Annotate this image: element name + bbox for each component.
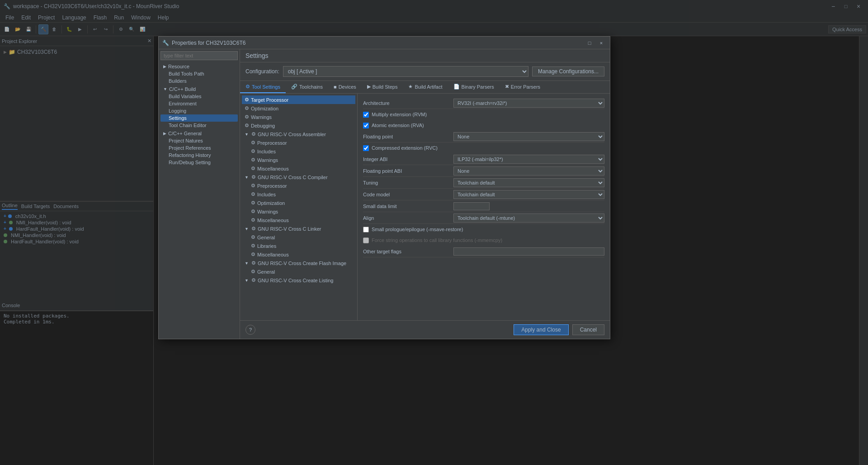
st-gnu-c-icon: ⚙ — [251, 174, 256, 180]
prop-architecture-value: RV32I (-march=rv32i*) — [453, 99, 604, 108]
tab-devices-label: Devices — [339, 84, 356, 90]
prop-atomic-row: Atomic extension (RVA) — [363, 120, 604, 131]
prop-other-flags-value — [453, 247, 604, 256]
nav-build-variables[interactable]: Build Variables — [160, 93, 238, 100]
prop-sdl-input[interactable]: 8 — [453, 202, 490, 210]
prop-other-flags-input[interactable] — [453, 247, 604, 256]
prop-float-abi-select[interactable]: None — [453, 166, 604, 176]
dialog-title: Properties for CH32V103C6T6 — [172, 40, 585, 46]
prop-force-string-checkbox[interactable] — [363, 237, 369, 243]
prop-atomic-checkbox[interactable] — [363, 123, 369, 128]
st-gnu-listing[interactable]: ▼ ⚙ GNU RISC-V Cross Create Listing — [242, 276, 355, 285]
st-c-misc[interactable]: ⚙ Miscellaneous — [242, 216, 355, 224]
st-gnu-linker-expand: ▼ — [245, 227, 249, 231]
nav-refactoring-history[interactable]: Refactoring History — [160, 152, 238, 159]
apply-close-btn[interactable]: Apply and Close — [514, 324, 568, 335]
tab-devices[interactable]: ■ Devices — [328, 81, 362, 93]
config-select[interactable]: obj [ Active ] — [283, 66, 528, 77]
prop-compressed-checkbox[interactable] — [363, 145, 369, 151]
prop-multiply-checkbox[interactable] — [363, 112, 369, 118]
st-gnu-c-label: GNU RISC-V Cross C Compiler — [258, 175, 328, 180]
st-asm-includes-label: Includes — [257, 149, 276, 154]
prop-tuning-label: Tuning — [363, 180, 453, 185]
st-gnu-flash[interactable]: ▼ ⚙ GNU RISC-V Cross Create Flash Image — [242, 259, 355, 267]
st-linker-misc[interactable]: ⚙ Miscellaneous — [242, 250, 355, 259]
nav-project-references[interactable]: Project References — [160, 144, 238, 152]
tab-build-artifact-icon: ★ — [408, 84, 413, 90]
nav-project-natures[interactable]: Project Natures — [160, 137, 238, 144]
st-gnu-assembler-expand: ▼ — [245, 132, 249, 137]
dialog-maximize-btn[interactable]: □ — [585, 39, 594, 47]
st-gnu-assembler[interactable]: ▼ ⚙ GNU RISC-V Cross Assembler — [242, 130, 355, 138]
nav-build-vars-label: Build Variables — [169, 94, 202, 99]
nav-cpp-general[interactable]: ▶ C/C++ General — [160, 130, 238, 137]
nav-logging[interactable]: Logging — [160, 107, 238, 114]
nav-tool-chain-editor[interactable]: Tool Chain Editor — [160, 122, 238, 129]
st-gnu-listing-expand: ▼ — [245, 278, 249, 283]
st-asm-warnings[interactable]: ⚙ Warnings — [242, 156, 355, 164]
nav-resource-arrow: ▶ — [163, 64, 166, 69]
tab-error-parsers[interactable]: ✖ Error Parsers — [500, 81, 546, 93]
dialog-tabs: ⚙ Tool Settings 🔗 Toolchains ■ Devices ▶… — [240, 81, 610, 94]
tab-build-artifact-label: Build Artifact — [415, 84, 442, 90]
dialog-settings: ⚙ Target Processor ⚙ Optimization ⚙ Warn… — [240, 94, 610, 320]
st-target-processor[interactable]: ⚙ Target Processor — [242, 95, 355, 104]
nav-builders[interactable]: Builders — [160, 77, 238, 85]
dialog-help-btn[interactable]: ? — [245, 325, 255, 335]
nav-build-tools-path[interactable]: Build Tools Path — [160, 70, 238, 77]
st-c-optimization[interactable]: ⚙ Optimization — [242, 199, 355, 207]
tab-toolchains[interactable]: 🔗 Toolchains — [286, 81, 328, 93]
tab-binary-parsers[interactable]: 📄 Binary Parsers — [448, 81, 500, 93]
st-asm-misc[interactable]: ⚙ Miscellaneous — [242, 164, 355, 173]
prop-float-row: Floating point None — [363, 131, 604, 142]
tab-build-steps[interactable]: ▶ Build Steps — [362, 81, 403, 93]
prop-float-select[interactable]: None — [453, 132, 604, 141]
dialog-icon: 🔧 — [162, 40, 169, 46]
prop-align-label: Align — [363, 215, 453, 221]
st-gnu-c-compiler[interactable]: ▼ ⚙ GNU RISC-V Cross C Compiler — [242, 173, 355, 181]
prop-int-abi-select[interactable]: ILP32 (-mabi=ilp32*) — [453, 155, 604, 164]
nav-cpp-build[interactable]: ▼ C/C++ Build — [160, 85, 238, 93]
dialog-controls: □ × — [585, 39, 606, 47]
prop-architecture-select[interactable]: RV32I (-march=rv32i*) — [453, 99, 604, 108]
st-warnings-icon: ⚙ — [245, 114, 249, 120]
cancel-btn[interactable]: Cancel — [572, 324, 604, 335]
dialog-close-btn[interactable]: × — [596, 39, 606, 47]
dialog-config-bar: Configuration: obj [ Active ] Manage Con… — [240, 62, 610, 81]
st-linker-libraries[interactable]: ⚙ Libraries — [242, 242, 355, 250]
tab-binary-parsers-label: Binary Parsers — [462, 84, 494, 90]
prop-align-select[interactable]: Toolchain default (-mtune) — [453, 214, 604, 223]
prop-prologue-label: Small prologue/epilogue (-msave-restore) — [372, 227, 463, 232]
st-asm-misc-label: Miscellaneous — [257, 166, 289, 171]
nav-run-debug[interactable]: Run/Debug Setting — [160, 159, 238, 166]
st-asm-includes[interactable]: ⚙ Includes — [242, 147, 355, 156]
nav-environment[interactable]: Environment — [160, 100, 238, 107]
st-c-includes[interactable]: ⚙ Includes — [242, 190, 355, 199]
st-c-preprocessor[interactable]: ⚙ Preprocessor — [242, 181, 355, 190]
st-c-optimization-icon: ⚙ — [251, 200, 255, 206]
prop-tuning-select[interactable]: Toolchain default — [453, 178, 604, 187]
nav-resource[interactable]: ▶ Resource — [160, 63, 238, 70]
st-c-warnings[interactable]: ⚙ Warnings — [242, 207, 355, 216]
st-linker-general[interactable]: ⚙ General — [242, 233, 355, 242]
tab-build-artifact[interactable]: ★ Build Artifact — [403, 81, 448, 93]
prop-int-abi-row: Integer ABI ILP32 (-mabi=ilp32*) — [363, 153, 604, 165]
st-debugging[interactable]: ⚙ Debugging — [242, 121, 355, 130]
manage-configurations-btn[interactable]: Manage Configurations... — [532, 66, 604, 76]
prop-code-model-select[interactable]: Toolchain default — [453, 190, 604, 199]
st-gnu-listing-label: GNU RISC-V Cross Create Listing — [258, 278, 334, 283]
nav-toolchain-label: Tool Chain Editor — [169, 123, 207, 128]
prop-prologue-checkbox[interactable] — [363, 227, 369, 232]
tab-toolchains-label: Toolchains — [299, 84, 323, 90]
st-c-warnings-icon: ⚙ — [251, 209, 255, 214]
st-c-warnings-label: Warnings — [257, 209, 278, 214]
st-optimization[interactable]: ⚙ Optimization — [242, 104, 355, 113]
dialog-navigation: ▶ Resource Build Tools Path Builders ▼ C… — [159, 49, 240, 339]
nav-filter-input[interactable] — [160, 51, 238, 60]
st-warnings[interactable]: ⚙ Warnings — [242, 113, 355, 121]
tab-tool-settings[interactable]: ⚙ Tool Settings — [240, 81, 286, 93]
nav-settings[interactable]: Settings — [160, 114, 238, 122]
st-flash-general[interactable]: ⚙ General — [242, 267, 355, 276]
st-gnu-c-linker[interactable]: ▼ ⚙ GNU RISC-V Cross C Linker — [242, 224, 355, 233]
st-asm-preprocessor[interactable]: ⚙ Preprocessor — [242, 138, 355, 147]
